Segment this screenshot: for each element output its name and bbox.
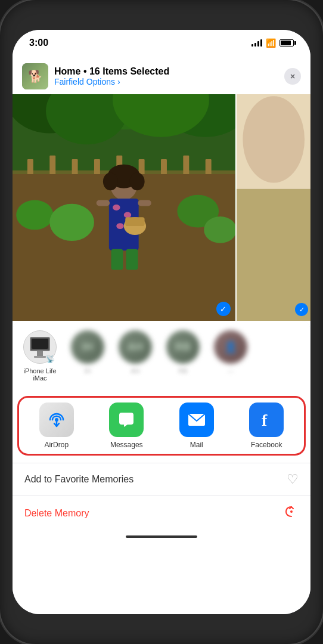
svg-point-28 bbox=[116, 223, 123, 229]
svg-rect-33 bbox=[138, 200, 151, 206]
contact-item-2[interactable]: AH AH bbox=[117, 330, 153, 382]
favorite-memories-label: Add to Favorite Memories bbox=[24, 474, 133, 485]
svg-point-24 bbox=[130, 172, 145, 190]
contact-item-1[interactable]: IH IH bbox=[70, 330, 105, 382]
photo-container: ✓ ✓ bbox=[13, 94, 310, 321]
wifi-icon: 📶 bbox=[266, 38, 276, 48]
status-icons: 📶 bbox=[251, 38, 294, 48]
album-subtitle: Fairfield Options › bbox=[54, 77, 278, 86]
contact-name-2: AH bbox=[131, 367, 139, 374]
signal-icon bbox=[251, 39, 262, 47]
facebook-label: Facebook bbox=[251, 441, 282, 449]
imac-screen bbox=[30, 337, 50, 351]
blurred-avatar-1: IH bbox=[71, 330, 104, 364]
close-button[interactable]: × bbox=[284, 68, 301, 85]
battery-icon bbox=[279, 39, 294, 47]
svg-point-27 bbox=[124, 212, 131, 218]
favorite-memories-action[interactable]: Add to Favorite Memories ♡ bbox=[13, 463, 310, 496]
contact-item-3[interactable]: RB RB bbox=[165, 330, 201, 382]
airdrop-action[interactable]: AirDrop bbox=[36, 402, 77, 449]
photo-check-2: ✓ bbox=[295, 303, 308, 316]
facebook-svg: f bbox=[257, 410, 276, 429]
svg-point-20 bbox=[204, 216, 235, 243]
home-indicator bbox=[126, 535, 197, 538]
svg-rect-34 bbox=[111, 249, 123, 270]
svg-text:f: f bbox=[262, 411, 268, 429]
options-link[interactable]: Options bbox=[86, 77, 115, 86]
side-photo-image bbox=[237, 94, 311, 321]
share-actions-row: AirDrop Messages bbox=[21, 402, 302, 449]
airdrop-signal-icon: 📡 bbox=[46, 355, 55, 363]
messages-icon bbox=[109, 402, 144, 437]
mail-icon bbox=[179, 402, 214, 437]
imac-avatar: 📡 bbox=[23, 330, 57, 364]
contact-name-imac: iPhone Life iMac bbox=[22, 367, 58, 382]
phone-screen: 3:00 📶 bbox=[13, 30, 310, 614]
messages-action[interactable]: Messages bbox=[105, 402, 147, 449]
share-actions-highlight: AirDrop Messages bbox=[17, 396, 306, 456]
album-location: Fairfield bbox=[54, 77, 84, 86]
svg-point-26 bbox=[113, 205, 120, 210]
status-bar: 3:00 📶 bbox=[13, 30, 310, 56]
share-actions-wrapper: AirDrop Messages bbox=[13, 389, 310, 463]
photo-check-1: ✓ bbox=[216, 302, 231, 316]
svg-rect-35 bbox=[126, 249, 138, 270]
contact-name-3: RB bbox=[178, 367, 187, 374]
svg-rect-39 bbox=[237, 189, 311, 321]
heart-icon: ♡ bbox=[287, 472, 299, 487]
status-time: 3:00 bbox=[29, 38, 48, 48]
contact-name-1: IH bbox=[85, 367, 91, 374]
svg-point-17 bbox=[16, 200, 53, 230]
album-header: Home • 16 Items Selected Fairfield Optio… bbox=[13, 56, 310, 94]
airdrop-svg bbox=[47, 410, 66, 429]
contact-item-4[interactable]: 👤 --- bbox=[213, 330, 249, 382]
delete-memory-action[interactable]: Delete Memory bbox=[13, 496, 310, 531]
mail-svg bbox=[187, 411, 206, 428]
phone-frame: 3:00 📶 bbox=[0, 0, 323, 644]
share-sheet: 📡 iPhone Life iMac IH IH AH AH bbox=[13, 321, 310, 543]
svg-rect-31 bbox=[125, 217, 144, 226]
airdrop-label: AirDrop bbox=[44, 441, 69, 449]
svg-point-44 bbox=[290, 510, 293, 513]
facebook-icon: f bbox=[249, 402, 284, 437]
svg-point-38 bbox=[243, 96, 305, 182]
mail-action[interactable]: Mail bbox=[176, 402, 218, 449]
mail-label: Mail bbox=[190, 441, 203, 449]
delete-icon bbox=[284, 504, 299, 522]
main-photo-image bbox=[13, 94, 235, 321]
main-photo[interactable]: ✓ bbox=[13, 94, 235, 321]
airdrop-icon bbox=[39, 402, 74, 437]
messages-svg bbox=[117, 410, 136, 429]
facebook-action[interactable]: f Facebook bbox=[246, 402, 287, 449]
blurred-avatar-2: AH bbox=[119, 330, 152, 364]
contact-name-4: --- bbox=[228, 367, 234, 374]
side-photo[interactable]: ✓ bbox=[237, 94, 311, 321]
blurred-avatar-4: 👤 bbox=[214, 330, 247, 364]
contact-item-imac[interactable]: 📡 iPhone Life iMac bbox=[22, 330, 58, 382]
album-thumbnail bbox=[22, 63, 48, 89]
messages-label: Messages bbox=[110, 441, 143, 449]
svg-point-18 bbox=[49, 204, 94, 241]
blurred-avatar-3: RB bbox=[166, 330, 200, 364]
photos-area: Home • 16 Items Selected Fairfield Optio… bbox=[13, 56, 310, 614]
svg-point-23 bbox=[103, 172, 118, 190]
album-title: Home • 16 Items Selected bbox=[54, 66, 278, 77]
delete-memory-label: Delete Memory bbox=[24, 508, 89, 519]
contacts-row: 📡 iPhone Life iMac IH IH AH AH bbox=[13, 321, 310, 389]
chevron-icon: › bbox=[117, 77, 120, 86]
svg-rect-32 bbox=[97, 200, 110, 206]
album-info: Home • 16 Items Selected Fairfield Optio… bbox=[54, 66, 278, 86]
